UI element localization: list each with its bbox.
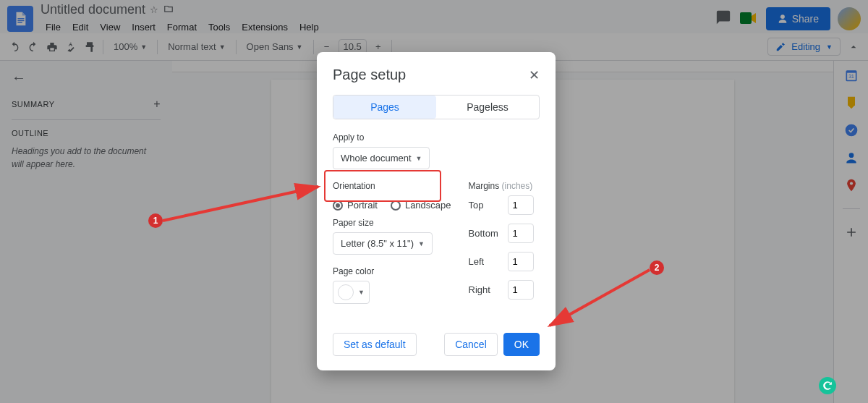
maps-icon[interactable] bbox=[844, 178, 859, 192]
radio-checked-icon bbox=[333, 200, 343, 211]
contacts-icon[interactable] bbox=[844, 150, 859, 165]
zoom-dropdown[interactable]: 100%▼ bbox=[109, 39, 151, 54]
set-as-default-button[interactable]: Set as default bbox=[333, 333, 417, 356]
spellcheck-icon[interactable] bbox=[64, 40, 78, 54]
margin-top-input[interactable] bbox=[508, 195, 534, 215]
svg-rect-1 bbox=[17, 20, 24, 21]
margin-right-input[interactable] bbox=[508, 280, 534, 300]
paint-format-icon[interactable] bbox=[82, 40, 97, 54]
cancel-button[interactable]: Cancel bbox=[444, 333, 498, 356]
editing-mode-dropdown[interactable]: Editing ▼ bbox=[767, 38, 841, 56]
paper-size-select[interactable]: Letter (8.5" x 11")▼ bbox=[333, 232, 433, 255]
svg-rect-2 bbox=[17, 22, 22, 23]
doc-title[interactable]: Untitled document bbox=[41, 2, 145, 17]
share-button[interactable]: Share bbox=[766, 7, 830, 30]
apply-to-select[interactable]: Whole document▼ bbox=[333, 147, 430, 169]
apply-to-label: Apply to bbox=[333, 132, 540, 143]
add-summary-icon[interactable]: + bbox=[153, 98, 161, 111]
font-dropdown[interactable]: Open Sans▼ bbox=[242, 39, 307, 54]
orientation-landscape-radio[interactable]: Landscape bbox=[391, 200, 451, 211]
menu-format[interactable]: Format bbox=[162, 19, 202, 35]
undo-icon[interactable] bbox=[7, 40, 22, 54]
avatar[interactable] bbox=[838, 7, 861, 30]
meet-icon[interactable] bbox=[739, 10, 759, 27]
margin-right-label: Right bbox=[469, 284, 502, 295]
page-setup-dialog: Page setup ✕ Pages Pageless Apply to Who… bbox=[317, 52, 556, 370]
keep-icon[interactable] bbox=[844, 96, 859, 110]
print-icon[interactable] bbox=[45, 40, 59, 54]
style-dropdown[interactable]: Normal text▼ bbox=[163, 39, 229, 54]
svg-point-8 bbox=[849, 182, 852, 184]
annotation-badge-2: 2 bbox=[650, 260, 664, 275]
redo-icon[interactable] bbox=[26, 40, 41, 54]
paper-size-label: Paper size bbox=[333, 218, 451, 228]
margin-bottom-label: Bottom bbox=[469, 228, 502, 239]
comments-icon[interactable] bbox=[715, 9, 731, 29]
margins-label: Margins (inches) bbox=[469, 181, 540, 191]
svg-rect-3 bbox=[740, 12, 752, 24]
star-icon[interactable]: ☆ bbox=[150, 4, 158, 15]
menu-edit[interactable]: Edit bbox=[67, 19, 93, 35]
orientation-label: Orientation bbox=[333, 181, 451, 191]
move-icon[interactable] bbox=[163, 4, 174, 16]
margin-left-input[interactable] bbox=[508, 252, 534, 271]
back-icon[interactable]: ← bbox=[12, 69, 161, 86]
svg-rect-0 bbox=[17, 18, 24, 19]
outline-placeholder: Headings you add to the document will ap… bbox=[12, 145, 161, 171]
docs-logo[interactable] bbox=[7, 6, 33, 32]
outline-label: OUTLINE bbox=[12, 129, 48, 137]
ok-button[interactable]: OK bbox=[503, 333, 540, 356]
page-color-select[interactable]: ▼ bbox=[333, 281, 370, 304]
menu-file[interactable]: File bbox=[41, 19, 66, 35]
tab-pageless[interactable]: Pageless bbox=[436, 96, 539, 119]
menu-view[interactable]: View bbox=[95, 19, 125, 35]
color-swatch bbox=[338, 284, 354, 300]
calendar-icon[interactable]: 31 bbox=[844, 68, 859, 82]
tasks-icon[interactable] bbox=[844, 123, 859, 137]
summary-label: SUMMARY bbox=[12, 100, 55, 109]
add-addon-icon[interactable] bbox=[844, 225, 859, 239]
grammarly-icon[interactable] bbox=[819, 377, 836, 394]
close-icon[interactable]: ✕ bbox=[529, 67, 540, 83]
margin-top-label: Top bbox=[469, 200, 502, 211]
orientation-portrait-radio[interactable]: Portrait bbox=[333, 200, 378, 211]
menu-tools[interactable]: Tools bbox=[203, 19, 235, 35]
margin-left-label: Left bbox=[469, 256, 502, 267]
dialog-title: Page setup bbox=[333, 67, 406, 83]
radio-unchecked-icon bbox=[391, 200, 401, 211]
page-color-label: Page color bbox=[333, 266, 451, 276]
tab-pages[interactable]: Pages bbox=[333, 96, 436, 119]
collapse-toolbar-icon[interactable] bbox=[846, 40, 861, 54]
annotation-badge-1: 1 bbox=[148, 213, 163, 228]
menu-extensions[interactable]: Extensions bbox=[237, 19, 293, 35]
menu-help[interactable]: Help bbox=[294, 19, 324, 35]
menu-insert[interactable]: Insert bbox=[127, 19, 161, 35]
margin-bottom-input[interactable] bbox=[508, 224, 534, 243]
svg-point-7 bbox=[845, 124, 857, 137]
share-label: Share bbox=[792, 13, 819, 25]
svg-text:31: 31 bbox=[848, 74, 854, 79]
